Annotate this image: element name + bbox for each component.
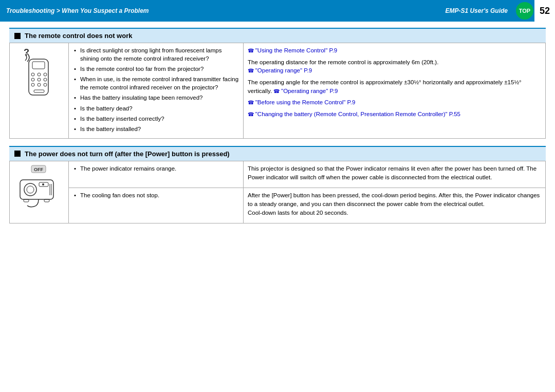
link-operating-range-1[interactable]: "Operating range" P.9: [248, 67, 312, 73]
svg-point-6: [31, 78, 34, 81]
section1-bullet: [14, 33, 21, 39]
breadcrumb: Troubleshooting > When You Suspect a Pro…: [6, 7, 149, 14]
svg-point-9: [31, 83, 34, 86]
svg-point-16: [24, 183, 36, 196]
page-number: 52: [533, 0, 555, 22]
link-operating-range-2[interactable]: "Operating range" P.9: [273, 88, 338, 94]
svg-text:OFF: OFF: [34, 167, 43, 172]
table-row: The cooling fan does not stop. After the…: [10, 188, 546, 223]
section2-question-2: The cooling fan does not stop.: [69, 188, 244, 223]
list-item: Is the remote control too far from the p…: [73, 65, 239, 73]
svg-point-5: [44, 73, 47, 76]
svg-point-17: [27, 186, 34, 193]
answer-3: The operating angle for the remote contr…: [248, 78, 541, 95]
section1-table: ?: [9, 43, 546, 139]
list-item: Is direct sunlight or strong light from …: [73, 46, 239, 63]
list-item: Is the battery inserted correctly?: [73, 115, 239, 123]
section2-bullet: [14, 151, 21, 157]
section2-table: OFF: [9, 161, 546, 223]
table-row: ?: [10, 43, 546, 139]
section2-question-1: The power indicator remains orange.: [69, 161, 244, 188]
svg-point-19: [42, 183, 44, 185]
link-before-remote[interactable]: "Before using the Remote Control" P.9: [248, 99, 355, 105]
list-item: Is the battery installed?: [73, 125, 239, 133]
list-item: The power indicator remains orange.: [73, 164, 239, 173]
answer-2: The operating distance for the remote co…: [248, 58, 541, 75]
section1-questions-cell: Is direct sunlight or strong light from …: [69, 43, 244, 139]
projector-icon: OFF: [16, 164, 62, 211]
svg-rect-2: [32, 62, 45, 69]
guide-title: EMP-S1 User's Guide: [445, 7, 508, 14]
svg-point-3: [31, 73, 34, 76]
table-row: OFF: [10, 161, 546, 188]
section1-answers-cell: "Using the Remote Control" P.9 The opera…: [244, 43, 546, 139]
list-item: Is the battery dead?: [73, 104, 239, 113]
section2-title: The power does not turn off (after the […: [25, 150, 230, 158]
section-gap: [9, 139, 546, 146]
link-using-remote[interactable]: "Using the Remote Control" P.9: [248, 47, 337, 53]
answer-5: "Changing the battery (Remote Control, P…: [248, 110, 541, 119]
section1-title: The remote control does not work: [25, 32, 132, 40]
list-item: The cooling fan does not stop.: [73, 191, 239, 199]
remote-control-icon: ?: [21, 46, 57, 103]
section1-image-cell: ?: [10, 43, 69, 139]
answer-1: "Using the Remote Control" P.9: [248, 46, 541, 55]
section2-question-list-1: The power indicator remains orange.: [73, 164, 239, 173]
section2-header: The power does not turn off (after the […: [9, 146, 546, 161]
answer-cooling-fan: After the [Power] button has been presse…: [248, 191, 541, 217]
list-item: When in use, is the remote control infra…: [73, 75, 239, 91]
section2-answer-1: This projector is designed so that the P…: [244, 161, 546, 188]
section1-header: The remote control does not work: [9, 28, 546, 43]
svg-point-7: [38, 78, 41, 81]
svg-point-10: [38, 83, 41, 86]
top-badge: TOP: [516, 2, 533, 20]
list-item: Has the battery insulating tape been rem…: [73, 94, 239, 102]
section1-question-list: Is direct sunlight or strong light from …: [73, 46, 239, 133]
svg-point-11: [44, 83, 47, 86]
section2-answer-2: After the [Power] button has been presse…: [244, 188, 546, 223]
svg-rect-12: [34, 90, 44, 92]
link-changing-battery[interactable]: "Changing the battery (Remote Control, P…: [248, 111, 460, 117]
answer-4: "Before using the Remote Control" P.9: [248, 98, 541, 107]
svg-point-4: [38, 73, 41, 76]
section2-image-cell: OFF: [10, 161, 69, 223]
header-bar: Troubleshooting > When You Suspect a Pro…: [0, 0, 555, 22]
main-content: The remote control does not work ?: [0, 22, 555, 230]
answer-power-indicator: This projector is designed so that the P…: [248, 164, 541, 181]
section2-question-list-2: The cooling fan does not stop.: [73, 191, 239, 199]
svg-point-8: [44, 78, 47, 81]
